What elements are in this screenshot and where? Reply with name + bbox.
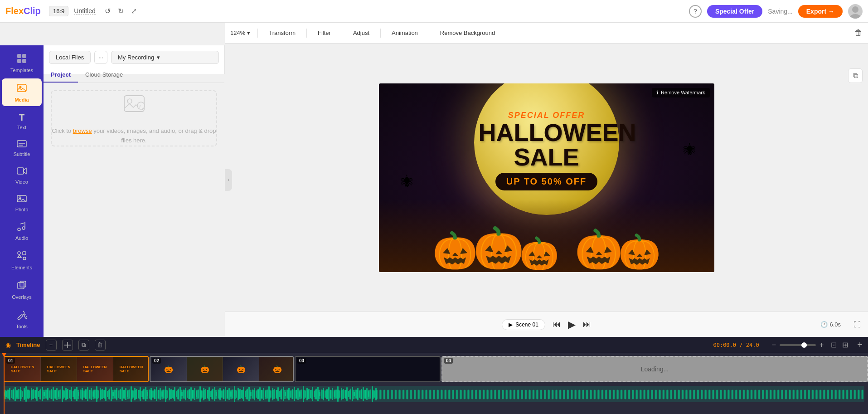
watermark-badge[interactable]: ℹ Remove Watermark: [652, 88, 709, 97]
help-button[interactable]: ?: [689, 5, 702, 18]
add-scene-button[interactable]: +: [46, 340, 57, 351]
canvas-column: 124% ▾ Transform Filter Adjust Animation…: [225, 23, 868, 337]
sidebar-item-photo[interactable]: Photo: [2, 190, 42, 216]
canvas-frame[interactable]: SPECIAL OFFER HALLOWEEN SALE UP TO 50% O…: [379, 83, 714, 272]
zoom-in-button[interactable]: +: [820, 341, 824, 349]
split-button[interactable]: [62, 340, 73, 351]
audio-track: // Generate wave bars inline: [4, 386, 864, 404]
export-button[interactable]: Export →: [798, 5, 843, 18]
svg-rect-17: [23, 252, 26, 255]
thumb-02c: 🎃: [223, 357, 259, 381]
halloween-sale-text: HALLOWEEN SALE: [479, 120, 615, 169]
clip-01-label: 01: [6, 358, 15, 364]
project-name[interactable]: Untitled: [74, 7, 95, 15]
toolbar-separator-3: [342, 29, 342, 38]
elements-label: Elements: [11, 265, 32, 270]
media-drop-area[interactable]: ♪ Click to browse your videos, images, a…: [51, 90, 217, 146]
timeline-time-display: 00:00.0 / 24.0: [713, 342, 759, 348]
timeline-bar: ◉ Timeline + ⧉ 🗑 00:00.0 / 24.0 − + ⊡ ⊞ …: [0, 337, 868, 414]
recording-chevron-icon: ▾: [157, 54, 160, 61]
clip-04[interactable]: 04 Loading...: [441, 356, 868, 382]
audio-icon: [17, 222, 27, 234]
clip-01[interactable]: 01 HALLOWEENSALE HALLOWEENSALE HALLOWEEN…: [4, 356, 149, 382]
topbar: FlexClip 16:9 Untitled ↺ ↻ ⤢ ? Special O…: [0, 0, 868, 23]
elements-icon: [17, 251, 27, 263]
special-offer-button[interactable]: Special Offer: [707, 5, 762, 18]
thumb-02b: 🎃: [187, 357, 223, 381]
aspect-ratio-badge[interactable]: 16:9: [49, 6, 68, 16]
sidebar-item-video[interactable]: Video: [2, 162, 42, 188]
animation-button[interactable]: Animation: [388, 28, 422, 38]
media-more-button[interactable]: ···: [94, 51, 107, 64]
tools-label: Tools: [16, 324, 28, 329]
filter-button[interactable]: Filter: [314, 28, 335, 38]
zoom-control[interactable]: 124% ▾: [230, 29, 250, 36]
zoom-chevron-icon: ▾: [247, 29, 250, 36]
timeline-zoom-control: − +: [772, 341, 824, 349]
adjust-button[interactable]: Adjust: [349, 28, 373, 38]
logo: FlexClip: [5, 3, 42, 19]
zoom-slider[interactable]: [780, 344, 816, 346]
drop-icon: ♪: [121, 91, 148, 121]
zoom-out-button[interactable]: −: [772, 341, 776, 349]
local-files-button[interactable]: Local Files: [49, 51, 91, 64]
subtitle-label: Subtitle: [14, 151, 30, 157]
zoom-slider-thumb[interactable]: [801, 342, 807, 348]
panel-collapse-handle[interactable]: ‹: [225, 169, 232, 191]
sidebar-item-text[interactable]: T Text: [2, 108, 42, 134]
tab-project[interactable]: Project: [44, 68, 78, 83]
sidebar-item-audio[interactable]: Audio: [2, 218, 42, 244]
overlays-icon: [17, 280, 27, 292]
svg-point-22: [127, 99, 132, 103]
watermark-label: Remove Watermark: [661, 90, 705, 95]
thumb-01c: HALLOWEENSALE: [77, 357, 113, 381]
next-scene-button[interactable]: ⏭: [583, 320, 591, 329]
transform-button[interactable]: Transform: [265, 28, 299, 38]
delete-element-button[interactable]: 🗑: [854, 28, 863, 38]
svg-point-18: [23, 257, 26, 260]
delete-clip-button[interactable]: 🗑: [95, 340, 106, 351]
overlays-label: Overlays: [12, 294, 31, 300]
my-recording-button[interactable]: My Recording ▾: [111, 51, 219, 64]
moon-text-overlay: SPECIAL OFFER HALLOWEEN SALE UP TO 50% O…: [479, 111, 615, 190]
browse-link[interactable]: browse: [73, 127, 92, 134]
toolbar-separator-4: [380, 29, 381, 38]
sidebar-item-overlays[interactable]: Overlays: [2, 276, 42, 303]
thumb-01b: HALLOWEENSALE: [41, 357, 77, 381]
add-track-button[interactable]: +: [857, 340, 863, 350]
svg-rect-3: [22, 54, 26, 58]
svg-point-16: [18, 252, 20, 254]
playhead[interactable]: [4, 353, 5, 414]
sidebar-item-subtitle[interactable]: Subtitle: [2, 136, 42, 161]
tools-icon: [17, 310, 27, 322]
audio-waveform[interactable]: // Generate wave bars inline: [4, 386, 864, 402]
clip-03-label: 03: [297, 358, 306, 364]
canvas-fullscreen-button[interactable]: ⛶: [853, 321, 861, 329]
editing-toolbar: 124% ▾ Transform Filter Adjust Animation…: [225, 23, 868, 44]
tab-cloud-storage[interactable]: Cloud Storage: [78, 68, 130, 83]
video-icon: [17, 167, 27, 177]
undo-button[interactable]: ↺: [103, 5, 112, 17]
clip-03[interactable]: 03: [295, 356, 441, 382]
sidebar-item-media[interactable]: Media: [2, 78, 42, 106]
sidebar-item-templates[interactable]: Templates: [2, 49, 42, 77]
clip-04-label: 04: [444, 358, 453, 364]
copy-canvas-button[interactable]: ⧉: [848, 68, 863, 83]
remove-background-button[interactable]: Remove Background: [436, 28, 499, 38]
fit-timeline-button[interactable]: ⊡: [831, 341, 837, 349]
svg-point-15: [22, 227, 25, 229]
fullscreen-toggle-button[interactable]: ⤢: [129, 5, 139, 17]
user-avatar[interactable]: [848, 4, 863, 19]
toolbar-separator: [257, 29, 258, 38]
sidebar-item-tools[interactable]: Tools: [2, 305, 42, 333]
clip-02[interactable]: 02 🎃 🎃 🎃 🎃: [150, 356, 294, 382]
prev-scene-button[interactable]: ⏮: [553, 320, 561, 329]
play-pause-button[interactable]: ▶: [568, 319, 576, 331]
text-icon: T: [19, 112, 24, 123]
sidebar-item-elements[interactable]: Elements: [2, 246, 42, 274]
scene-label-button[interactable]: ▶ Scene 01: [502, 319, 545, 330]
discount-badge: UP TO 50% OFF: [495, 173, 598, 190]
redo-button[interactable]: ↻: [116, 5, 126, 17]
duplicate-clip-button[interactable]: ⧉: [78, 340, 89, 351]
expand-timeline-button[interactable]: ⊞: [842, 341, 848, 349]
